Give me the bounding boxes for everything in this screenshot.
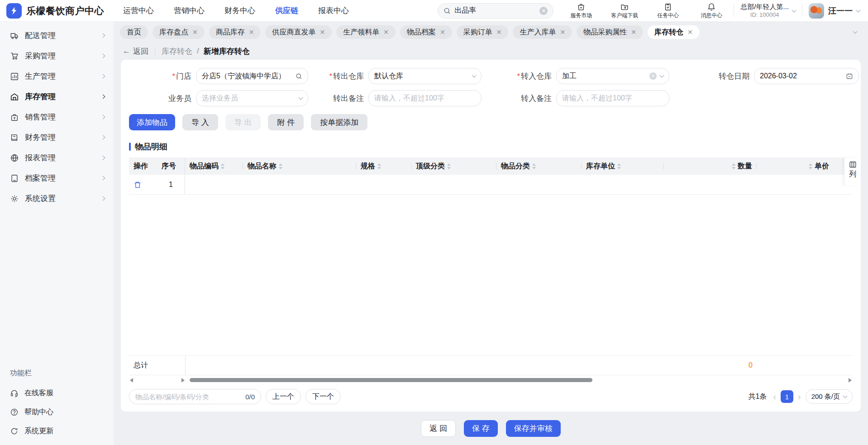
row-spec-cell[interactable] [356, 175, 411, 195]
tab-supplier-direct[interactable]: 供应商直发单✕ [265, 25, 332, 39]
tab-purchase-order[interactable]: 采购订单✕ [457, 25, 509, 39]
sidebar-item-archives[interactable]: 档案管理 [0, 168, 114, 188]
sort-caret-icon[interactable] [221, 163, 224, 169]
search-clear-icon[interactable]: ✕ [539, 7, 548, 15]
attachment-button[interactable]: 附 件 [268, 114, 304, 130]
scroll-fixed-arrow-icon[interactable] [181, 378, 185, 383]
return-button[interactable]: 返 回 [421, 420, 456, 437]
row-top-category-cell[interactable] [411, 175, 496, 195]
in-warehouse-select[interactable]: 加工 ✕ [556, 68, 669, 84]
search-input-value[interactable]: 出品率 [454, 6, 536, 15]
row-stock-unit-cell[interactable] [582, 175, 664, 195]
col-header-spec[interactable]: 规格 [356, 158, 411, 175]
sidebar-item-sales[interactable]: 销售管理 [0, 107, 114, 127]
delete-row-icon[interactable] [134, 181, 142, 189]
row-item-name-cell[interactable] [243, 175, 356, 195]
previous-match-button[interactable]: 上一个 [266, 389, 301, 404]
tab-close-icon[interactable]: ✕ [631, 29, 636, 35]
sidebar-item-help-center[interactable]: 帮助中心 [0, 402, 114, 421]
sort-caret-icon[interactable] [377, 163, 381, 169]
sort-caret-icon[interactable] [532, 163, 536, 169]
column-settings-button[interactable]: 列 [844, 158, 861, 186]
clear-icon[interactable]: ✕ [649, 72, 657, 80]
add-by-document-button[interactable]: 按单据添加 [311, 114, 367, 130]
sidebar-item-finance[interactable]: 财务管理 [0, 127, 114, 148]
out-warehouse-select[interactable]: 默认仓库 [368, 68, 482, 84]
global-search-box[interactable]: 出品率 ✕ [438, 3, 553, 19]
sort-caret-icon[interactable] [447, 163, 451, 169]
sidebar-item-system-update[interactable]: 系统更新 [0, 421, 114, 440]
row-item-category-cell[interactable] [496, 175, 582, 195]
export-button[interactable]: 导 出 [225, 114, 261, 130]
row-unit-price-cell[interactable] [757, 175, 834, 195]
tab-stock-transfer[interactable]: 库存转仓✕ [648, 25, 700, 39]
import-button[interactable]: 导 入 [182, 114, 218, 130]
col-header-quantity[interactable]: 数量 [664, 158, 757, 175]
sort-caret-icon[interactable] [279, 163, 282, 169]
sort-caret-icon[interactable] [732, 163, 735, 169]
scroll-right-arrow-icon[interactable] [849, 378, 852, 383]
pagination-prev-icon[interactable]: ‹ [773, 392, 776, 401]
tab-close-icon[interactable]: ✕ [560, 29, 565, 35]
item-filter-input[interactable] [135, 393, 242, 401]
nav-finance-center[interactable]: 财务中心 [224, 5, 255, 16]
sidebar-item-delivery[interactable]: 配送管理 [0, 25, 114, 46]
save-and-audit-button[interactable]: 保存并审核 [506, 420, 561, 437]
add-item-button[interactable]: 添加物品 [129, 114, 175, 130]
tab-home[interactable]: 首页 [120, 25, 148, 39]
salesman-select[interactable]: 选择业务员 [196, 90, 308, 106]
save-button[interactable]: 保 存 [464, 420, 498, 437]
nav-operation-center[interactable]: 运营中心 [123, 5, 154, 16]
util-client-download[interactable]: 客户端下载 [609, 2, 640, 19]
org-switcher[interactable]: 总部/年轻人第... ID: 100004 [740, 3, 796, 19]
sidebar-item-production[interactable]: 生产管理 [0, 66, 114, 86]
tab-goods-stock[interactable]: 商品库存✕ [209, 25, 261, 39]
user-menu[interactable]: 汪一一 [809, 3, 860, 19]
util-service-market[interactable]: 服务市场 [565, 2, 597, 19]
tab-close-icon[interactable]: ✕ [440, 29, 445, 35]
out-remark-input[interactable] [374, 94, 476, 102]
store-picker[interactable]: 分店5（宁波镇海中学店） [196, 68, 308, 84]
col-header-item-code[interactable]: 物品编码 [185, 158, 243, 175]
col-header-item-name[interactable]: 物品名称 [243, 158, 356, 175]
in-remark-input[interactable] [562, 94, 663, 102]
tab-close-icon[interactable]: ✕ [687, 29, 693, 35]
breadcrumb-parent[interactable]: 库存转仓 [162, 46, 192, 57]
nav-supply-chain[interactable]: 供应链 [275, 5, 298, 16]
nav-marketing-center[interactable]: 营销中心 [174, 5, 205, 16]
col-header-unit-price[interactable]: 单价 [757, 158, 834, 175]
next-match-button[interactable]: 下一个 [305, 389, 341, 404]
tab-inventory-check[interactable]: 库存盘点✕ [153, 25, 205, 39]
sidebar-item-reports[interactable]: 报表管理 [0, 148, 114, 168]
back-button[interactable]: ← 返回 [123, 46, 148, 57]
pagination-page-1[interactable]: 1 [781, 390, 793, 403]
sidebar-item-inventory[interactable]: 库存管理 [0, 86, 114, 107]
tab-close-icon[interactable]: ✕ [192, 29, 198, 35]
pagination-next-icon[interactable]: › [798, 392, 801, 401]
sidebar-item-settings[interactable]: 系统设置 [0, 188, 114, 209]
scrollbar-thumb[interactable] [190, 378, 592, 382]
sort-caret-icon[interactable] [617, 163, 621, 169]
tab-item-archive[interactable]: 物品档案✕ [400, 25, 452, 39]
col-header-top-category[interactable]: 顶级分类 [411, 158, 496, 175]
sidebar-item-online-service[interactable]: 在线客服 [0, 383, 114, 402]
sidebar-item-purchase[interactable]: 采购管理 [0, 46, 114, 66]
tab-close-icon[interactable]: ✕ [320, 29, 325, 35]
horizontal-scrollbar[interactable] [129, 377, 853, 383]
sort-caret-icon[interactable] [809, 163, 812, 169]
nav-report-center[interactable]: 报表中心 [318, 5, 349, 16]
row-quantity-cell[interactable] [664, 175, 757, 195]
col-header-item-category[interactable]: 物品分类 [496, 158, 582, 175]
scroll-left-arrow-icon[interactable] [130, 378, 133, 383]
tab-production-picking[interactable]: 生产领料单✕ [336, 25, 396, 39]
tab-close-icon[interactable]: ✕ [496, 29, 502, 35]
row-item-code-cell[interactable] [185, 175, 243, 195]
util-task-center[interactable]: 任务中心 [652, 2, 684, 19]
tab-overflow-button[interactable] [849, 26, 861, 38]
page-size-select[interactable]: 200 条/页 [806, 389, 853, 404]
transfer-date-picker[interactable]: 2026-03-02 [754, 68, 859, 84]
tab-item-purchase-attr[interactable]: 物品采购属性✕ [577, 25, 643, 39]
col-header-stock-unit[interactable]: 库存单位 [582, 158, 664, 175]
tab-close-icon[interactable]: ✕ [249, 29, 254, 35]
util-message-center[interactable]: 消息中心 [696, 2, 727, 19]
